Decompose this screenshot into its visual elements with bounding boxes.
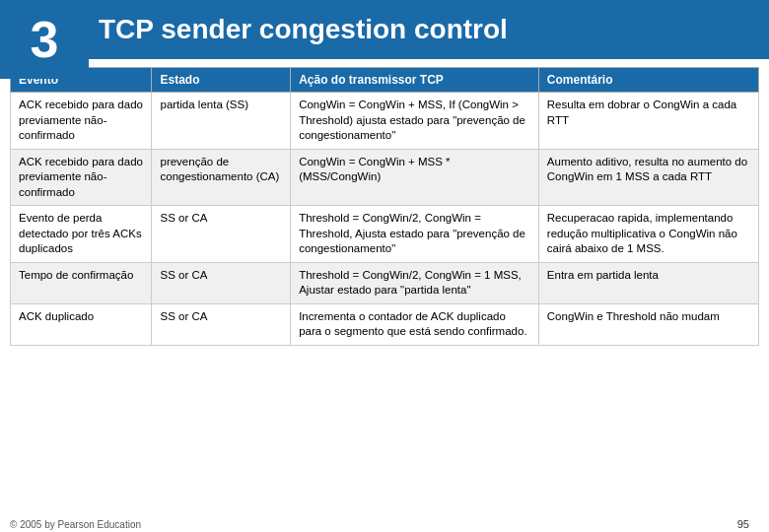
- cell-comentario: Aumento aditivo, resulta no aumento do C…: [538, 149, 758, 206]
- slide-title: TCP sender congestion control: [99, 14, 508, 45]
- cell-comentario: Resulta em dobrar o CongWin a cada RTT: [538, 93, 758, 150]
- col-header-estado: Estado: [152, 68, 291, 93]
- cell-acao: Threshold = CongWin/2, CongWin = 1 MSS, …: [291, 262, 539, 303]
- table-row: Evento de perda detectado por três ACKs …: [11, 206, 759, 263]
- cell-estado: prevenção de congestionamento (CA): [152, 149, 291, 206]
- congestion-control-table: Evento Estado Ação do transmissor TCP Co…: [10, 67, 759, 346]
- cell-evento: Evento de perda detectado por três ACKs …: [11, 206, 152, 263]
- cell-acao: Threshold = CongWin/2, CongWin = Thresho…: [291, 206, 539, 263]
- cell-estado: SS or CA: [152, 303, 291, 345]
- cell-evento: ACK recebido para dado previamente não-c…: [11, 93, 152, 150]
- cell-acao: CongWin = CongWin + MSS, If (CongWin > T…: [291, 93, 539, 150]
- page-number: 95: [737, 518, 749, 530]
- main-content: Evento Estado Ação do transmissor TCP Co…: [0, 59, 769, 350]
- cell-evento: ACK duplicado: [11, 303, 152, 345]
- table-header-row: Evento Estado Ação do transmissor TCP Co…: [11, 68, 759, 93]
- col-header-acao: Ação do transmissor TCP: [291, 68, 539, 93]
- slide-number-text: 3: [31, 10, 59, 69]
- cell-acao: CongWin = CongWin + MSS * (MSS/CongWin): [291, 149, 539, 206]
- cell-estado: SS or CA: [152, 206, 291, 263]
- cell-comentario: Entra em partida lenta: [538, 262, 758, 303]
- cell-comentario: CongWin e Threshold não mudam: [538, 303, 758, 345]
- table-row: ACK recebido para dado previamente não-c…: [11, 93, 759, 150]
- table-row: ACK duplicadoSS or CAIncrementa o contad…: [11, 303, 759, 345]
- cell-estado: SS or CA: [152, 262, 291, 303]
- cell-acao: Incrementa o contador de ACK duplicado p…: [291, 303, 539, 345]
- slide-number: 3: [0, 0, 89, 79]
- cell-evento: Tempo de confirmação: [11, 262, 152, 303]
- table-row: Tempo de confirmaçãoSS or CAThreshold = …: [11, 262, 759, 303]
- cell-evento: ACK recebido para dado previamente não-c…: [11, 149, 152, 206]
- col-header-comentario: Comentário: [538, 68, 758, 93]
- table-row: ACK recebido para dado previamente não-c…: [11, 149, 759, 206]
- cell-estado: partida lenta (SS): [152, 93, 291, 150]
- footer-copyright: © 2005 by Pearson Education: [10, 519, 141, 530]
- slide-header: TCP sender congestion control: [0, 0, 769, 59]
- cell-comentario: Recuperacao rapida, implementando reduçã…: [538, 206, 758, 263]
